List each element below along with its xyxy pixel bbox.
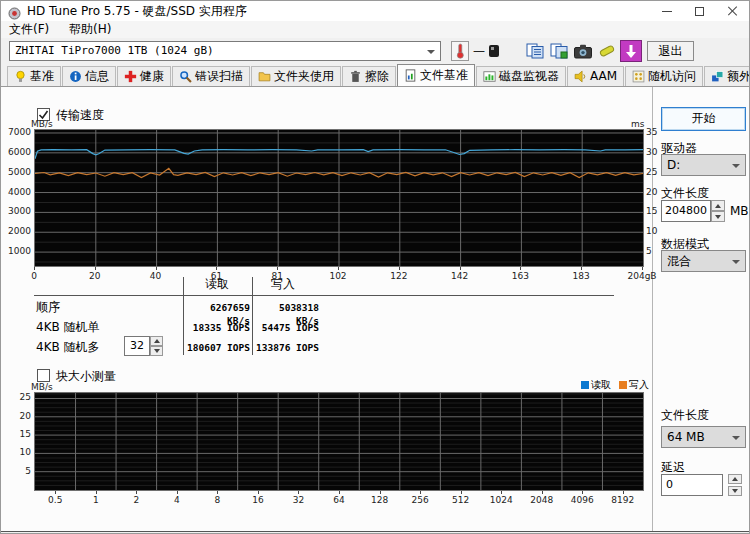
tab-aam[interactable]: AAM: [567, 66, 624, 86]
copy-screenshot-button[interactable]: [524, 40, 546, 62]
axis-tickmark: [460, 267, 461, 270]
block-size-chart: [34, 392, 644, 491]
axis-tickmark: [95, 267, 96, 270]
down-arrow-icon: [154, 349, 160, 353]
y-axis-unit-right: ms: [631, 119, 644, 129]
legend-read: 读取: [581, 379, 611, 390]
file-length-value[interactable]: 204800: [661, 200, 711, 222]
drive-temp-status-icon: [488, 43, 500, 62]
queue-depth-down-button[interactable]: [150, 346, 163, 356]
axis-tickmark: [338, 267, 339, 270]
x-axis-tick: 20: [71, 271, 119, 281]
axis-tickmark: [217, 491, 218, 494]
y-axis-tick-left: 3000: [1, 206, 31, 216]
tab-disk-monitor[interactable]: 磁盘监视器: [476, 66, 566, 86]
tab-random-access[interactable]: 随机访问: [625, 66, 703, 86]
minimize-button[interactable]: [650, 1, 683, 21]
4k-multi-read-value: 180607 IOPS: [182, 341, 250, 354]
tab-label: 文件夹使用: [274, 68, 334, 85]
camera-icon: [574, 44, 592, 59]
y-axis-tick-right: 20: [646, 187, 666, 197]
data-mode-label: 数据模式: [661, 237, 709, 251]
menu-help[interactable]: 帮助(H): [61, 21, 119, 38]
download-update-button[interactable]: [620, 40, 642, 62]
axis-tickmark: [642, 267, 643, 270]
block-x-axis-tick: 0.5: [33, 495, 77, 505]
axis-tickmark: [156, 267, 157, 270]
tab-label: 磁盘监视器: [499, 68, 559, 85]
chevron-down-icon: [732, 260, 740, 264]
delay-down-button[interactable]: [728, 486, 742, 496]
axis-tickmark: [461, 491, 462, 494]
x-axis-tick: 40: [132, 271, 180, 281]
up-arrow-icon: [732, 477, 738, 481]
y-axis-tick-right: 30: [646, 147, 666, 157]
block-x-axis-tick: 2: [114, 495, 158, 505]
tabbar: 基准 信息 健康 错误扫描 文件夹使用 擦除 文件基准 磁盘监视器 AAM 随机…: [1, 65, 749, 86]
block-y-axis-tick: 25: [1, 392, 31, 402]
screenshot-button[interactable]: [572, 40, 594, 62]
y-axis-tick-right: 25: [646, 167, 666, 177]
y-axis-unit-left: MB/s: [31, 119, 53, 129]
tab-label: 信息: [85, 68, 109, 85]
block-x-axis-tick: 4096: [560, 495, 604, 505]
aam-icon: [574, 70, 587, 83]
block-file-length-combo[interactable]: 64 MB: [661, 426, 746, 448]
maximize-button[interactable]: [683, 1, 716, 21]
menubar: 文件(F) 帮助(H): [1, 21, 749, 38]
save-results-button[interactable]: [596, 40, 618, 62]
x-axis-tick: 102: [314, 271, 362, 281]
table-header-divider: [34, 295, 614, 296]
delay-input[interactable]: 0: [661, 474, 723, 496]
legend-read-label: 读取: [591, 379, 611, 390]
tab-error-scan[interactable]: 错误扫描: [172, 66, 250, 86]
file-length-spinner[interactable]: 204800: [661, 200, 725, 222]
extra-tests-icon: [711, 70, 724, 83]
tab-folder-usage[interactable]: 文件夹使用: [251, 66, 341, 86]
chevron-down-icon: [427, 50, 435, 54]
queue-depth-up-button[interactable]: [150, 336, 163, 346]
tab-extra-tests[interactable]: 额外测试: [704, 66, 750, 86]
4k-single-read-value: 18335 IOPS: [182, 321, 250, 334]
file-length-down-button[interactable]: [711, 211, 725, 222]
start-button[interactable]: 开始: [661, 107, 746, 131]
app-icon: [8, 5, 21, 18]
axis-tickmark: [542, 491, 543, 494]
legend-write: 写入: [619, 379, 649, 390]
delay-up-button[interactable]: [728, 474, 742, 484]
block-size-checkbox[interactable]: [37, 369, 50, 382]
data-mode-combo[interactable]: 混合: [661, 250, 746, 272]
queue-depth-spinner[interactable]: 32: [124, 336, 163, 356]
minimize-icon: [662, 11, 672, 12]
queue-depth-value[interactable]: 32: [124, 336, 150, 356]
file-length-up-button[interactable]: [711, 200, 725, 211]
random-access-icon: [632, 70, 645, 83]
temperature-button[interactable]: [451, 41, 469, 61]
disk-monitor-icon: [483, 70, 496, 83]
copy-text-button[interactable]: [548, 40, 570, 62]
tab-info[interactable]: 信息: [62, 66, 116, 86]
drive-combo[interactable]: D:: [661, 154, 746, 176]
axis-tickmark: [581, 267, 582, 270]
x-axis-tick: 183: [557, 271, 605, 281]
write-swatch: [619, 381, 627, 389]
block-x-axis-tick: 512: [439, 495, 483, 505]
tab-label: 擦除: [365, 68, 389, 85]
file-benchmark-page: 传输速度 MB/s ms 读取 写入 顺序 6267659 KB/s 50383…: [1, 86, 750, 532]
drive-select-combo[interactable]: ZHITAI TiPro7000 1TB (1024 gB): [9, 41, 441, 61]
health-icon: [124, 70, 137, 83]
file-length-label: 文件长度: [661, 186, 709, 200]
tab-erase[interactable]: 擦除: [342, 66, 396, 86]
folder-usage-icon: [258, 70, 271, 83]
tab-health[interactable]: 健康: [117, 66, 171, 86]
tab-file-benchmark[interactable]: 文件基准: [397, 64, 475, 86]
close-button[interactable]: [716, 1, 749, 21]
maximize-icon: [695, 7, 704, 16]
axis-tickmark: [520, 267, 521, 270]
exit-button[interactable]: 退出: [647, 41, 694, 61]
menu-file[interactable]: 文件(F): [1, 21, 57, 38]
tab-benchmark[interactable]: 基准: [7, 66, 61, 86]
block-size-label: 块大小测量: [56, 369, 116, 383]
axis-tickmark: [339, 491, 340, 494]
benchmark-icon: [14, 70, 27, 83]
